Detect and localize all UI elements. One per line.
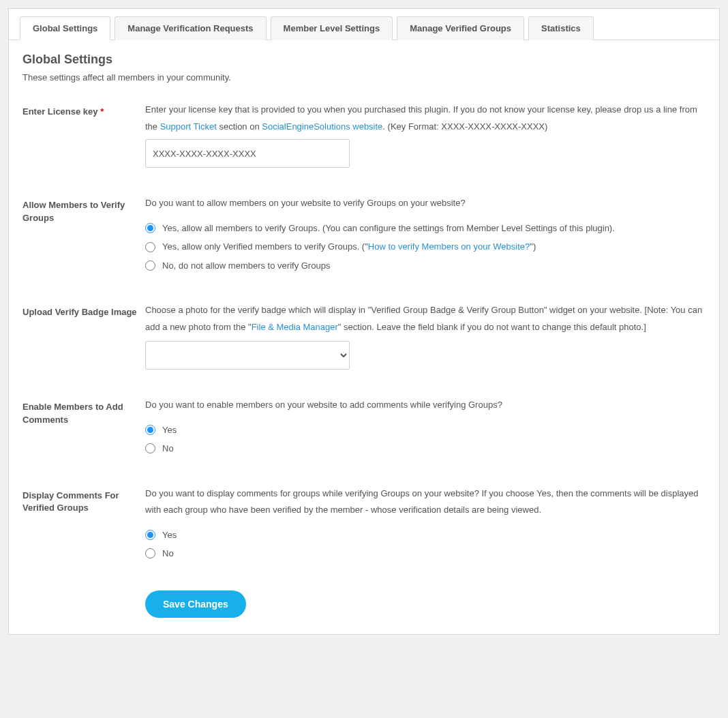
desc-text: Do you want to display comments for grou… xyxy=(145,485,706,519)
radio-option-no[interactable]: No xyxy=(145,544,706,563)
support-ticket-link[interactable]: Support Ticket xyxy=(160,121,217,132)
radio-label: Yes xyxy=(162,526,177,544)
label-upload-badge: Upload Verify Badge Image xyxy=(22,302,145,318)
page-title: Global Settings xyxy=(22,53,706,67)
tab-label: Statistics xyxy=(541,23,581,33)
row-license-key: Enter License key * Enter your license k… xyxy=(22,102,706,168)
desc-text: Do you want to allow members on your web… xyxy=(145,195,706,212)
radio-label: Yes xyxy=(162,421,177,439)
field-display-comments: Do you want to display comments for grou… xyxy=(145,485,706,563)
tab-manage-verified-groups[interactable]: Manage Verified Groups xyxy=(397,16,524,40)
tab-member-level-settings[interactable]: Member Level Settings xyxy=(271,16,393,40)
save-changes-button[interactable]: Save Changes xyxy=(145,590,246,618)
radio-option-yes[interactable]: Yes xyxy=(145,526,706,544)
content: Global Settings These settings affect al… xyxy=(9,40,719,634)
tab-label: Manage Verified Groups xyxy=(410,23,511,33)
radio-input[interactable] xyxy=(145,548,155,558)
radio-input[interactable] xyxy=(145,242,155,252)
file-media-manager-link[interactable]: File & Media Manager xyxy=(252,322,338,332)
badge-image-select[interactable] xyxy=(145,341,350,370)
radio-label: No xyxy=(162,544,174,563)
field-license-key: Enter your license key that is provided … xyxy=(145,102,706,168)
tab-global-settings[interactable]: Global Settings xyxy=(20,16,110,40)
row-display-comments: Display Comments For Verified Groups Do … xyxy=(22,485,706,563)
tab-statistics[interactable]: Statistics xyxy=(528,16,594,40)
field-enable-comments: Do you want to enable members on your we… xyxy=(145,397,706,458)
tab-label: Manage Verification Requests xyxy=(127,23,253,33)
tab-manage-verification-requests[interactable]: Manage Verification Requests xyxy=(115,16,266,40)
radio-label: Yes, allow only Verified members to veri… xyxy=(162,237,536,256)
page-description: These settings affect all members in you… xyxy=(22,72,706,83)
desc-text: " section. Leave the field blank if you … xyxy=(338,322,646,332)
field-allow-verify: Do you want to allow members on your web… xyxy=(145,195,706,275)
label-display-comments: Display Comments For Verified Groups xyxy=(22,485,145,514)
row-upload-badge: Upload Verify Badge Image Choose a photo… xyxy=(22,302,706,370)
label-text: Enter License key xyxy=(22,106,98,117)
radio-label: No xyxy=(162,439,174,458)
tabs: Global Settings Manage Verification Requ… xyxy=(9,9,719,40)
radio-option-no[interactable]: No xyxy=(145,439,706,458)
tab-label: Global Settings xyxy=(33,23,97,33)
radio-option-no[interactable]: No, do not allow members to verify Group… xyxy=(145,256,706,275)
license-key-input[interactable] xyxy=(145,139,350,168)
radio-option-yes[interactable]: Yes xyxy=(145,421,706,439)
row-allow-verify: Allow Members to Verify Groups Do you wa… xyxy=(22,195,706,275)
desc-text: Do you want to enable members on your we… xyxy=(145,397,706,414)
radio-input[interactable] xyxy=(145,530,155,540)
label-license-key: Enter License key * xyxy=(22,102,145,118)
radio-input[interactable] xyxy=(145,223,155,233)
tab-label: Member Level Settings xyxy=(284,23,380,33)
radio-input[interactable] xyxy=(145,425,155,435)
ses-website-link[interactable]: SocialEngineSolutions website xyxy=(262,121,382,132)
radio-option-all-members[interactable]: Yes, allow all members to verify Groups.… xyxy=(145,219,706,237)
row-enable-comments: Enable Members to Add Comments Do you wa… xyxy=(22,397,706,458)
field-upload-badge: Choose a photo for the verify badge whic… xyxy=(145,302,706,370)
label-enable-comments: Enable Members to Add Comments xyxy=(22,397,145,425)
required-mark: * xyxy=(100,106,104,117)
radio-label: No, do not allow members to verify Group… xyxy=(162,256,330,275)
radio-input[interactable] xyxy=(145,443,155,453)
submit-row: Save Changes xyxy=(145,590,706,618)
how-to-verify-link[interactable]: How to verify Members on your Website? xyxy=(368,241,530,252)
radio-label: Yes, allow all members to verify Groups.… xyxy=(162,219,615,237)
desc-text: . (Key Format: XXXX-XXXX-XXXX-XXXX) xyxy=(382,121,547,132)
label-allow-verify: Allow Members to Verify Groups xyxy=(22,195,145,224)
radio-option-verified-members[interactable]: Yes, allow only Verified members to veri… xyxy=(145,237,706,256)
settings-panel: Global Settings Manage Verification Requ… xyxy=(8,8,720,635)
radio-input[interactable] xyxy=(145,260,155,271)
desc-text: section on xyxy=(217,121,262,132)
